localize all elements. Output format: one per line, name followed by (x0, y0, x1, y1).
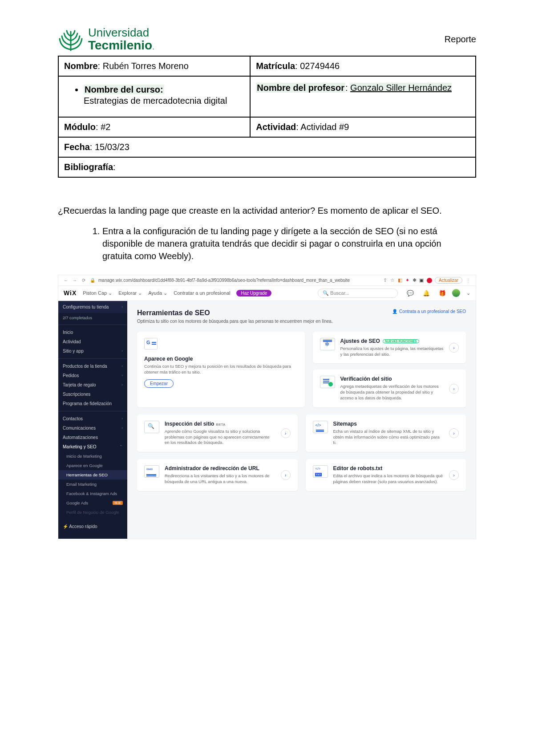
sidebar-sub-aparece-google[interactable]: Aparece en Google (58, 461, 127, 470)
card-robots[interactable]: Editor de robots.txt Edita el archivo qu… (306, 459, 466, 491)
sidebar-item-tarjeta[interactable]: Tarjeta de regalo› (58, 380, 127, 390)
card-aparece-google[interactable]: Aparece en Google Continúa con tu SEO y … (137, 332, 305, 407)
sidebar-sub-inicio-marketing[interactable]: Inicio de Marketing (58, 451, 127, 461)
settings-icon (320, 338, 335, 350)
verify-icon (320, 376, 335, 388)
sidebar-sub-google-ads[interactable]: Google AdsNUE (58, 498, 127, 508)
nav-contratar[interactable]: Contratar a un profesional (174, 290, 230, 296)
chevron-right-icon[interactable]: › (281, 470, 291, 480)
profesor-label: Nombre del profesor (256, 83, 345, 93)
sidebar-item-contactos[interactable]: Contactos› (58, 414, 127, 423)
curso-label: Nombre del curso: (84, 85, 164, 94)
sidebar-item-marketing-seo[interactable]: Marketing y SEO⌃ (58, 442, 127, 451)
card-sitemaps[interactable]: Sitemaps Echa un vistazo al índice de si… (306, 415, 466, 452)
wix-sidebar: Configuremos tu tienda› 2/7 completados … (58, 301, 127, 539)
ext1-icon[interactable]: ◧ (398, 277, 402, 283)
chevron-right-icon[interactable]: › (281, 428, 291, 438)
sidebar-item-pedidos[interactable]: Pedidos› (58, 371, 127, 380)
sidebar-item-actividad[interactable]: Actividad (58, 337, 127, 346)
page-title: Herramientas de SEO (137, 309, 333, 317)
wix-main: Herramientas de SEO Optimiza tu sitio co… (127, 301, 476, 539)
chevron-right-icon[interactable]: › (449, 428, 459, 438)
chevron-right-icon[interactable]: › (449, 384, 459, 394)
lock-icon: 🔒 (89, 278, 96, 283)
gift-icon[interactable]: 🎁 (439, 290, 446, 297)
forward-icon[interactable]: → (72, 278, 78, 283)
intro-text: ¿Recuerdas la landing page que creaste e… (58, 204, 476, 217)
ext3-icon[interactable]: ▣ (419, 277, 424, 283)
chevron-right-icon[interactable]: › (449, 343, 459, 353)
person-icon: 👤 (392, 309, 397, 314)
wix-topbar: WiX Piston Cap ⌄ Explorar ⌄ Ayuda ⌄ Cont… (58, 286, 476, 301)
sidebar-item-fidelizacion[interactable]: Programa de fidelización (58, 399, 127, 408)
card-verificacion[interactable]: Verificación del sitio Agrega metaetique… (313, 370, 466, 407)
tecmilenio-logo: Universidad Tecmilenio. (58, 27, 154, 52)
biblio-label: Bibliografía (64, 162, 113, 172)
hire-seo-link[interactable]: 👤Contrata a un profesional de SEO (392, 309, 466, 314)
reload-icon[interactable]: ⟳ (81, 278, 87, 283)
url-bar[interactable]: manage.wix.com/dashboard/d1dd4f88-3b91-4… (98, 278, 379, 283)
sidebar-item-inicio[interactable]: Inicio (58, 328, 127, 337)
modulo-label: Módulo (64, 122, 96, 132)
nav-explorar[interactable]: Explorar ⌄ (118, 290, 142, 296)
card-inspeccion[interactable]: Inspección del sitioBETA Aprende cómo Go… (137, 415, 298, 452)
sidebar-acceso-rapido[interactable]: ⚡ Acceso rápido (58, 520, 127, 533)
curso-value: Estrategias de mercadotecnia digital (84, 96, 243, 106)
nombre-label: Nombre (64, 61, 98, 71)
reporte-label: Reporte (445, 34, 476, 45)
beta-badge: BETA (216, 423, 225, 427)
profile-avatar-icon[interactable] (427, 278, 432, 283)
chrome-menu-icon[interactable]: ⋮ (465, 278, 471, 283)
actividad-label: Actividad (256, 122, 296, 132)
sidebar-item-automatizaciones[interactable]: Automatizaciones (58, 433, 127, 442)
user-caret[interactable]: ⌄ (466, 290, 470, 296)
fecha-label: Fecha (64, 142, 90, 152)
wix-brand[interactable]: WiX (64, 289, 77, 297)
upgrade-button[interactable]: Haz Upgrade (236, 290, 271, 297)
share-icon[interactable]: ⇧ (383, 277, 387, 283)
sidebar-sub-fb-ig-ads[interactable]: Facebook & Instagram Ads (58, 489, 127, 498)
logo-icon (58, 27, 84, 51)
chevron-right-icon[interactable]: › (449, 470, 459, 480)
nav-ayuda[interactable]: Ayuda ⌄ (148, 290, 167, 296)
search-input[interactable]: 🔍 Buscar... (318, 289, 398, 298)
search-icon: 🔍 (323, 290, 329, 296)
sitemap-icon (313, 421, 328, 433)
sidebar-sub-dim[interactable]: Perfil de Negocio de Google (58, 508, 127, 517)
site-selector[interactable]: Piston Cap ⌄ (83, 290, 112, 296)
nuevas-badge: NUEVAS FUNCIONES (383, 339, 419, 343)
logo-text-brand: Tecmilenio (88, 38, 152, 52)
extensions-icon[interactable]: ✱ (413, 277, 417, 283)
sidebar-item-comunicaciones[interactable]: Comunicaciones› (58, 423, 127, 433)
info-table: Nombre: Rubén Torres Moreno Matrícula: 0… (58, 56, 476, 178)
robots-icon (313, 465, 328, 478)
browser-chrome: ← → ⟳ 🔒 manage.wix.com/dashboard/d1dd4f8… (58, 275, 476, 286)
wix-screenshot: ← → ⟳ 🔒 manage.wix.com/dashboard/d1dd4f8… (58, 275, 476, 539)
google-icon (144, 338, 158, 350)
step-1: Entra a la configuración de tu landing p… (102, 225, 458, 262)
sidebar-item-productos[interactable]: Productos de la tienda› (58, 362, 127, 371)
sidebar-config[interactable]: Configuremos tu tienda› (58, 301, 127, 313)
actualizar-button[interactable]: Actualizar (435, 277, 462, 284)
empezar-button[interactable]: Empezar (144, 379, 174, 388)
sidebar-item-suscripciones[interactable]: Suscripciones (58, 390, 127, 399)
bell-icon[interactable]: 🔔 (423, 290, 430, 297)
sidebar-sub-herramientas-seo[interactable]: Herramientas de SEO (58, 470, 127, 480)
chat-icon[interactable]: 💬 (407, 290, 414, 297)
card-redireccion[interactable]: Administrador de redirección de URL Redi… (137, 459, 298, 491)
profesor-value: Gonzalo Siller Hernández (350, 83, 452, 93)
ext2-icon[interactable]: ✦ (405, 277, 409, 283)
sidebar-sub-email-marketing[interactable]: Email Marketing (58, 480, 127, 489)
logo-text-uni: Universidad (88, 27, 154, 39)
star-icon[interactable]: ☆ (390, 277, 395, 283)
user-avatar[interactable] (452, 289, 460, 297)
page-subtitle: Optimiza tu sitio con los motores de bús… (137, 319, 333, 324)
redirect-icon (144, 465, 159, 478)
sidebar-item-sitio[interactable]: Sitio y app› (58, 346, 127, 356)
card-ajustes-seo[interactable]: Ajustes de SEONUEVAS FUNCIONES Personali… (313, 332, 466, 364)
matricula-label: Matrícula (256, 61, 295, 71)
sidebar-progress: 2/7 completados (58, 313, 127, 325)
inspect-icon (144, 421, 159, 433)
back-icon[interactable]: ← (63, 278, 69, 283)
